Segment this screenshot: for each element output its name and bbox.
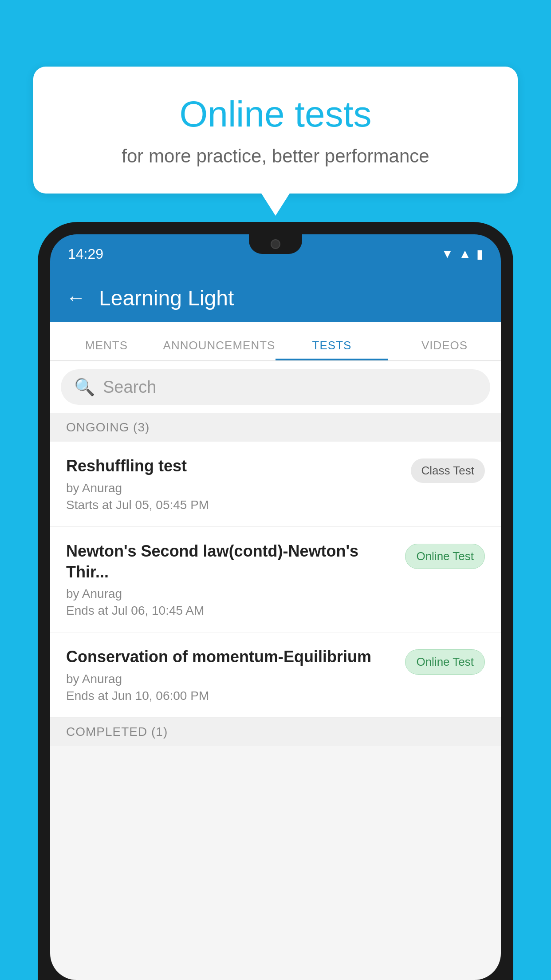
test-date-3: Ends at Jun 10, 06:00 PM (66, 689, 396, 703)
tab-videos[interactable]: VIDEOS (388, 339, 501, 360)
back-button[interactable]: ← (66, 287, 86, 309)
test-name-2: Newton's Second law(contd)-Newton's Thir… (66, 541, 396, 583)
test-date-1: Starts at Jul 05, 05:45 PM (66, 498, 402, 512)
completed-section-header: COMPLETED (1) (50, 718, 501, 746)
test-name-1: Reshuffling test (66, 456, 402, 477)
wifi-icon: ▼ (441, 247, 454, 261)
status-icons: ▼ ▲ ▮ (441, 247, 483, 261)
test-badge-2: Online Test (405, 544, 485, 569)
bubble-subtitle: for more practice, better performance (64, 146, 487, 167)
speech-bubble: Online tests for more practice, better p… (33, 67, 518, 194)
signal-icon: ▲ (459, 247, 471, 261)
test-info-3: Conservation of momentum-Equilibrium by … (66, 647, 396, 703)
test-author-2: by Anurag (66, 587, 396, 601)
battery-icon: ▮ (476, 247, 483, 261)
phone-notch (249, 234, 302, 254)
test-name-3: Conservation of momentum-Equilibrium (66, 647, 396, 668)
search-placeholder: Search (103, 378, 156, 397)
test-item[interactable]: Reshuffling test by Anurag Starts at Jul… (50, 442, 501, 527)
search-bar[interactable]: 🔍 Search (61, 369, 490, 405)
phone-camera (271, 239, 280, 249)
test-item[interactable]: Newton's Second law(contd)-Newton's Thir… (50, 527, 501, 633)
app-header-title: Learning Light (99, 286, 234, 310)
tabs-bar: MENTS ANNOUNCEMENTS TESTS VIDEOS (50, 322, 501, 361)
test-badge-3: Online Test (405, 649, 485, 675)
test-info-2: Newton's Second law(contd)-Newton's Thir… (66, 541, 396, 618)
app-screen: ← Learning Light MENTS ANNOUNCEMENTS TES… (50, 273, 501, 980)
ongoing-section-header: ONGOING (3) (50, 413, 501, 442)
test-badge-1: Class Test (411, 458, 485, 483)
status-time: 14:29 (68, 246, 103, 262)
test-info-1: Reshuffling test by Anurag Starts at Jul… (66, 456, 402, 512)
search-container: 🔍 Search (50, 361, 501, 413)
phone-frame: 14:29 ▼ ▲ ▮ ← Learning Light MENTS (38, 222, 513, 980)
status-bar: 14:29 ▼ ▲ ▮ (50, 234, 501, 273)
test-author-3: by Anurag (66, 672, 396, 686)
phone-wrapper: 14:29 ▼ ▲ ▮ ← Learning Light MENTS (38, 222, 513, 980)
bubble-title: Online tests (64, 93, 487, 135)
test-list: Reshuffling test by Anurag Starts at Jul… (50, 442, 501, 718)
test-author-1: by Anurag (66, 481, 402, 495)
app-header: ← Learning Light (50, 273, 501, 322)
tab-tests[interactable]: TESTS (276, 339, 388, 360)
search-icon: 🔍 (74, 377, 95, 397)
test-date-2: Ends at Jul 06, 10:45 AM (66, 604, 396, 618)
tab-announcements[interactable]: ANNOUNCEMENTS (163, 339, 276, 360)
tab-ments[interactable]: MENTS (50, 339, 163, 360)
speech-bubble-container: Online tests for more practice, better p… (33, 67, 518, 194)
test-item[interactable]: Conservation of momentum-Equilibrium by … (50, 632, 501, 718)
